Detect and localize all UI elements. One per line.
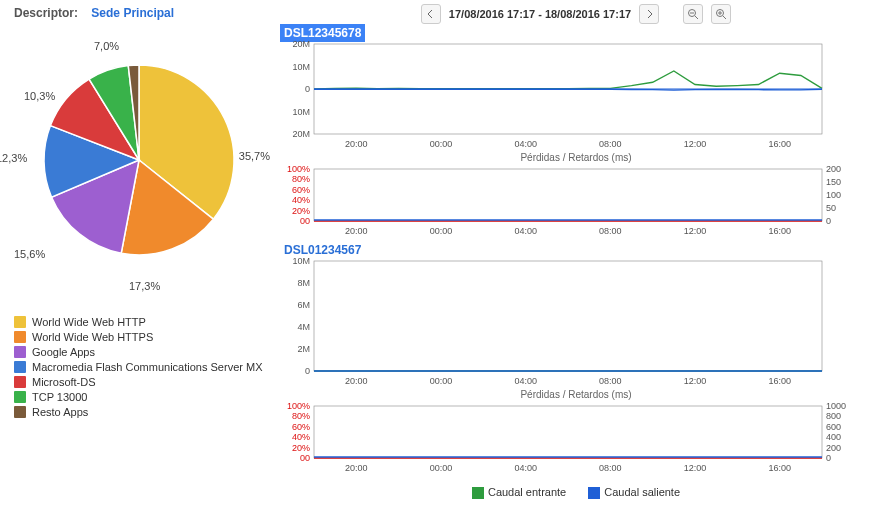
- svg-text:00:00: 00:00: [430, 376, 453, 386]
- svg-text:60%: 60%: [292, 422, 310, 432]
- descriptor-value[interactable]: Sede Principal: [91, 6, 174, 20]
- legend-label: Google Apps: [32, 346, 95, 358]
- legend-row: TCP 13000: [14, 391, 276, 403]
- svg-text:8M: 8M: [297, 278, 310, 288]
- svg-text:800: 800: [826, 411, 841, 421]
- legend-swatch-in: [472, 487, 484, 499]
- right-panel: 17/08/2016 17:17 - 18/08/2016 17:17 DSL1…: [280, 0, 880, 510]
- svg-rect-38: [314, 261, 822, 371]
- legend-swatch: [14, 316, 26, 328]
- svg-text:50: 50: [826, 203, 836, 213]
- svg-text:12:00: 12:00: [684, 139, 707, 149]
- svg-rect-20: [314, 169, 822, 221]
- svg-text:80%: 80%: [292, 174, 310, 184]
- time-range-text: 17/08/2016 17:17 - 18/08/2016 17:17: [449, 8, 631, 20]
- dashboard-root: Descriptor: Sede Principal 35,7% 17,3% 1…: [0, 0, 880, 510]
- left-panel: Descriptor: Sede Principal 35,7% 17,3% 1…: [0, 0, 280, 510]
- pie-label-2: 15,6%: [14, 248, 45, 260]
- svg-text:10M: 10M: [292, 107, 310, 117]
- svg-text:04:00: 04:00: [514, 226, 537, 236]
- svg-text:00:00: 00:00: [430, 463, 453, 473]
- svg-text:20M: 20M: [292, 129, 310, 139]
- svg-text:100: 100: [826, 190, 841, 200]
- legend-row: Google Apps: [14, 346, 276, 358]
- zoom-in-icon: [715, 8, 727, 20]
- svg-text:0: 0: [305, 366, 310, 376]
- legend-label: World Wide Web HTTP: [32, 316, 146, 328]
- svg-text:08:00: 08:00: [599, 463, 622, 473]
- svg-text:12:00: 12:00: [684, 463, 707, 473]
- svg-text:00:00: 00:00: [430, 226, 453, 236]
- svg-text:100%: 100%: [287, 402, 310, 411]
- chart-dsl2-traffic: DSL01234567 10M8M6M4M2M020:0000:0004:000…: [280, 243, 872, 474]
- chart-sub-dsl1: Pérdidas / Retardos (ms): [280, 152, 872, 163]
- svg-text:150: 150: [826, 177, 841, 187]
- legend-label: TCP 13000: [32, 391, 87, 403]
- legend-label: Microsoft-DS: [32, 376, 96, 388]
- svg-text:04:00: 04:00: [514, 376, 537, 386]
- legend-swatch: [14, 331, 26, 343]
- legend-swatch: [14, 361, 26, 373]
- descriptor-label: Descriptor:: [14, 6, 78, 20]
- zoom-out-button[interactable]: [683, 4, 703, 24]
- svg-text:00:00: 00:00: [430, 139, 453, 149]
- svg-line-4: [723, 16, 726, 19]
- svg-text:10M: 10M: [292, 62, 310, 72]
- svg-text:600: 600: [826, 422, 841, 432]
- svg-text:200: 200: [826, 443, 841, 453]
- pie-chart: 35,7% 17,3% 15,6% 12,3% 10,3% 7,0%: [14, 30, 264, 280]
- svg-text:0: 0: [826, 216, 831, 226]
- svg-text:0: 0: [305, 84, 310, 94]
- legend-swatch-out: [588, 487, 600, 499]
- svg-text:04:00: 04:00: [514, 139, 537, 149]
- legend-entry-out: Caudal saliente: [588, 486, 680, 499]
- legend-row: World Wide Web HTTP: [14, 316, 276, 328]
- legend-label: World Wide Web HTTPS: [32, 331, 153, 343]
- time-range-bar: 17/08/2016 17:17 - 18/08/2016 17:17: [280, 4, 872, 24]
- svg-text:80%: 80%: [292, 411, 310, 421]
- pie-legend: World Wide Web HTTPWorld Wide Web HTTPSG…: [14, 316, 276, 418]
- svg-text:08:00: 08:00: [599, 139, 622, 149]
- svg-text:16:00: 16:00: [768, 139, 791, 149]
- next-button[interactable]: [639, 4, 659, 24]
- legend-entry-in: Caudal entrante: [472, 486, 566, 499]
- svg-text:08:00: 08:00: [599, 226, 622, 236]
- svg-text:40%: 40%: [292, 195, 310, 205]
- pie-label-1: 17,3%: [129, 280, 160, 292]
- svg-text:100%: 100%: [287, 165, 310, 174]
- chevron-right-icon: [645, 10, 653, 18]
- svg-text:00: 00: [300, 216, 310, 226]
- svg-text:12:00: 12:00: [684, 226, 707, 236]
- svg-text:04:00: 04:00: [514, 463, 537, 473]
- legend-label: Macromedia Flash Communications Server M…: [32, 361, 262, 373]
- svg-text:20:00: 20:00: [345, 139, 368, 149]
- chart-dsl1-traffic: DSL12345678 20M10M010M20M20:0000:0004:00…: [280, 26, 872, 237]
- pie-label-4: 10,3%: [24, 90, 55, 102]
- legend-row: World Wide Web HTTPS: [14, 331, 276, 343]
- svg-text:10M: 10M: [292, 257, 310, 266]
- svg-text:400: 400: [826, 432, 841, 442]
- svg-rect-51: [314, 406, 822, 458]
- svg-text:16:00: 16:00: [768, 376, 791, 386]
- svg-text:40%: 40%: [292, 432, 310, 442]
- pie-label-5: 7,0%: [94, 40, 119, 52]
- footer-legend: Caudal entrante Caudal saliente: [280, 486, 872, 499]
- legend-swatch: [14, 391, 26, 403]
- svg-text:2M: 2M: [297, 344, 310, 354]
- svg-text:20:00: 20:00: [345, 463, 368, 473]
- descriptor-row: Descriptor: Sede Principal: [14, 6, 276, 20]
- legend-swatch: [14, 406, 26, 418]
- zoom-in-button[interactable]: [711, 4, 731, 24]
- legend-row: Resto Apps: [14, 406, 276, 418]
- svg-text:0: 0: [826, 453, 831, 463]
- chart-sub-dsl2: Pérdidas / Retardos (ms): [280, 389, 872, 400]
- legend-swatch: [14, 376, 26, 388]
- prev-button[interactable]: [421, 4, 441, 24]
- svg-text:20:00: 20:00: [345, 226, 368, 236]
- svg-text:20%: 20%: [292, 443, 310, 453]
- svg-text:16:00: 16:00: [768, 463, 791, 473]
- svg-text:16:00: 16:00: [768, 226, 791, 236]
- svg-text:00: 00: [300, 453, 310, 463]
- legend-row: Microsoft-DS: [14, 376, 276, 388]
- svg-line-1: [695, 16, 698, 19]
